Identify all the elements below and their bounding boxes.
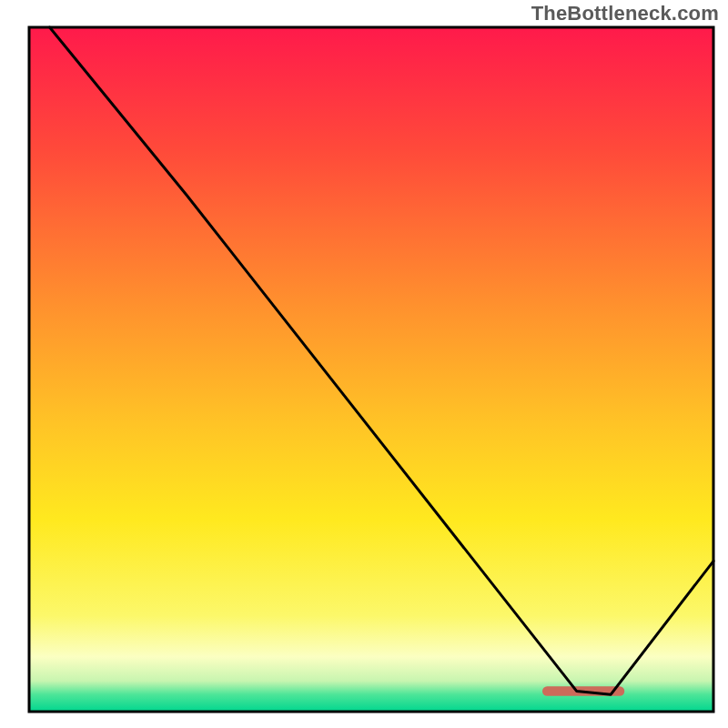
chart-container: TheBottleneck.com: [0, 0, 728, 728]
bottleneck-chart: [0, 0, 728, 728]
